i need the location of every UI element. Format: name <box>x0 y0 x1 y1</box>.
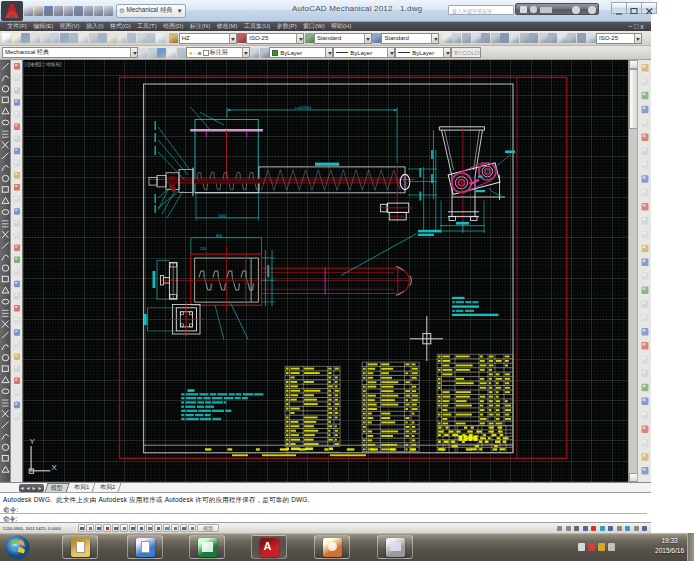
svg-text:[-][俺视][二维线框]: [-][俺视][二维线框] <box>25 61 62 68</box>
svg-text:X: X <box>52 463 58 472</box>
svg-text:1000: 1000 <box>218 214 226 218</box>
svg-text:L=4(2300): L=4(2300) <box>295 106 311 110</box>
svg-text:800: 800 <box>216 234 222 238</box>
svg-text:120: 120 <box>200 247 206 251</box>
svg-text:Y: Y <box>30 437 36 446</box>
